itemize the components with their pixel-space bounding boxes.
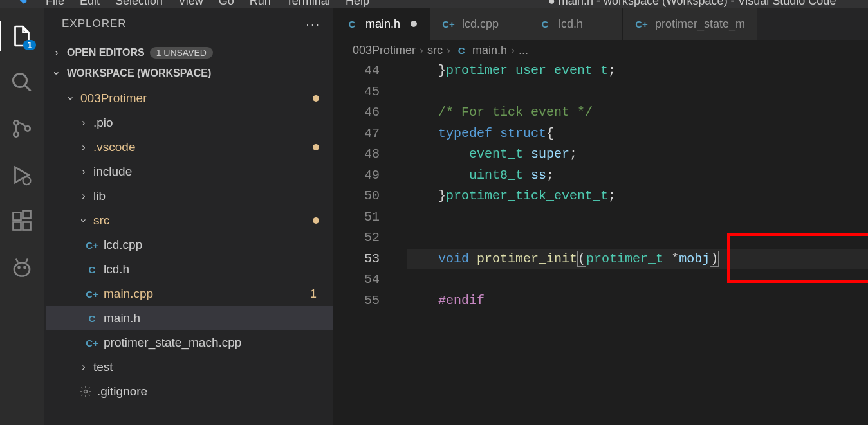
code-line[interactable]: /* For tick event */: [407, 102, 868, 123]
explorer-sidebar: EXPLORER ··· › OPEN EDITORS 1 UNSAVED › …: [44, 8, 333, 425]
breadcrumb-segment[interactable]: ...: [519, 44, 528, 57]
menu-terminal[interactable]: Terminal: [279, 0, 337, 8]
editor-tab[interactable]: C+protimer_state_m: [623, 8, 757, 40]
open-editors-label: OPEN EDITORS: [67, 47, 145, 59]
line-number: 51: [333, 207, 380, 228]
svg-rect-7: [14, 222, 21, 230]
platformio-icon[interactable]: [6, 252, 37, 283]
explorer-icon[interactable]: 1: [6, 21, 37, 51]
menu-edit[interactable]: Edit: [73, 0, 107, 8]
tree-folder-src[interactable]: › src: [46, 208, 333, 233]
menu-help[interactable]: Help: [338, 0, 376, 8]
breadcrumb-segment[interactable]: 003Protimer: [353, 44, 416, 57]
tree-file[interactable]: C+main.cpp1: [46, 282, 333, 306]
tree-folder[interactable]: ›.pio: [46, 111, 333, 135]
code-line[interactable]: #endif: [407, 291, 868, 312]
folder-label: include: [93, 165, 132, 179]
folder-label: .pio: [93, 116, 113, 130]
tree-folder[interactable]: ›include: [46, 159, 333, 184]
menu-file[interactable]: File: [39, 0, 71, 8]
code-content[interactable]: }protimer_user_event_t; /* For tick even…: [333, 60, 868, 311]
svg-point-11: [17, 266, 21, 269]
explorer-badge: 1: [23, 40, 36, 50]
svg-line-1: [25, 86, 31, 91]
extensions-icon[interactable]: [6, 206, 37, 237]
editor-tab[interactable]: Cmain.h: [333, 8, 430, 40]
chevron-right-icon: ›: [78, 141, 89, 153]
chevron-right-icon: ›: [447, 44, 450, 57]
tree-file[interactable]: C+protimer_state_mach.cpp: [46, 330, 333, 355]
tab-label: main.h: [365, 17, 400, 31]
activity-bar: 1: [0, 8, 44, 425]
tree-folder-project[interactable]: › 003Protimer: [46, 86, 333, 111]
open-editors-header[interactable]: › OPEN EDITORS 1 UNSAVED: [44, 42, 333, 63]
tree-file[interactable]: C+lcd.cpp: [46, 233, 333, 257]
tree-file-gitignore[interactable]: .gitignore: [46, 379, 333, 404]
workspace-header[interactable]: › WORKSPACE (WORKSPACE): [44, 63, 333, 84]
file-tree: › 003Protimer ›.pio›.vscode›include›lib …: [44, 86, 333, 404]
tree-folder-test[interactable]: › test: [46, 355, 333, 379]
editor-tab[interactable]: C+lcd.cpp: [430, 8, 526, 40]
editor-tab[interactable]: Clcd.h: [526, 8, 623, 40]
source-control-icon[interactable]: [6, 113, 37, 144]
tab-label: lcd.h: [559, 17, 583, 31]
code-line[interactable]: }protimer_tick_event_t;: [407, 186, 868, 207]
chevron-right-icon: ›: [78, 361, 89, 373]
tree-folder[interactable]: ›lib: [46, 184, 333, 208]
tree-file[interactable]: Cmain.h: [46, 306, 333, 330]
menu-go[interactable]: Go: [212, 0, 241, 8]
svg-point-5: [23, 177, 31, 185]
code-line[interactable]: [407, 269, 868, 291]
menu-view[interactable]: View: [171, 0, 210, 8]
code-line[interactable]: event_t super;: [407, 144, 868, 165]
cpp-file-icon: C+: [85, 287, 99, 301]
svg-rect-6: [14, 213, 21, 221]
svg-point-2: [14, 120, 19, 125]
breadcrumb-segment[interactable]: main.h: [472, 44, 507, 57]
code-editor[interactable]: 444546474849505152535455 }protimer_user_…: [333, 60, 868, 425]
code-line[interactable]: uint8_t ss;: [407, 165, 868, 186]
file-label: main.h: [104, 311, 140, 325]
chevron-right-icon: ›: [78, 166, 89, 177]
tree-file[interactable]: Clcd.h: [46, 257, 333, 282]
menu-run[interactable]: Run: [243, 0, 278, 8]
editor-tabs: Cmain.hC+lcd.cppClcd.hC+protimer_state_m: [333, 8, 868, 40]
svg-point-4: [25, 126, 30, 131]
line-number: 54: [333, 269, 380, 291]
code-line[interactable]: typedef struct{: [407, 123, 868, 145]
run-debug-icon[interactable]: [6, 159, 37, 190]
cpp-file-icon: C+: [85, 238, 99, 252]
search-icon[interactable]: [6, 67, 37, 98]
explorer-title: EXPLORER: [62, 17, 127, 30]
code-line[interactable]: [407, 82, 868, 103]
line-number: 44: [333, 60, 380, 82]
menu-selection[interactable]: Selection: [108, 0, 170, 8]
cpp-file-icon: C+: [85, 336, 99, 350]
chevron-right-icon: ›: [78, 117, 89, 129]
breadcrumb[interactable]: 003Protimer › src › C main.h › ...: [333, 40, 868, 60]
chevron-down-icon: ›: [51, 68, 62, 78]
explorer-more-icon[interactable]: ···: [306, 17, 320, 32]
window-title: ● main.h - workspace (Workspace) - Visua…: [548, 0, 836, 8]
cpp-file-icon: C+: [634, 17, 649, 31]
line-number: 50: [333, 186, 380, 207]
tree-folder[interactable]: ›.vscode: [46, 135, 333, 159]
tab-label: protimer_state_m: [655, 17, 745, 31]
code-line[interactable]: void protimer_init(protimer_t *mobj): [407, 249, 868, 270]
line-number: 53: [333, 249, 380, 270]
line-number: 48: [333, 144, 380, 165]
chevron-down-icon: ›: [65, 93, 77, 104]
line-number: 52: [333, 228, 380, 249]
svg-point-15: [84, 390, 88, 393]
folder-label: lib: [93, 189, 106, 203]
code-line[interactable]: }protimer_user_event_t;: [407, 60, 868, 82]
code-line[interactable]: [407, 228, 868, 249]
file-label: lcd.h: [104, 262, 129, 276]
code-line[interactable]: [407, 207, 868, 228]
breadcrumb-segment[interactable]: src: [427, 44, 443, 57]
file-label: protimer_state_mach.cpp: [104, 336, 241, 350]
svg-rect-8: [23, 222, 31, 230]
tab-label: lcd.cpp: [462, 17, 499, 31]
workspace-label: WORKSPACE (WORKSPACE): [67, 68, 211, 79]
line-number: 55: [333, 291, 380, 312]
